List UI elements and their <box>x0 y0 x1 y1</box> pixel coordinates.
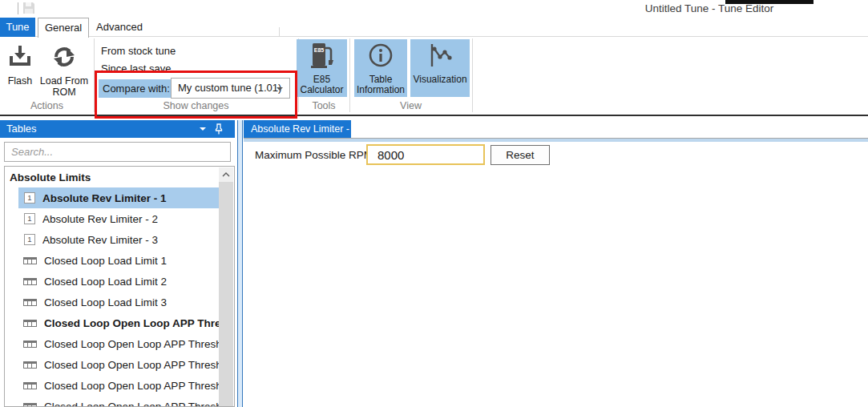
document-tab[interactable]: Absolute Rev Limiter - 1 <box>244 120 351 138</box>
table-list-item[interactable]: Closed Loop Load Limit 3 <box>5 292 234 312</box>
svg-text:E85: E85 <box>313 47 324 53</box>
visualization-label: Visualization <box>413 75 466 85</box>
compare-with-value: My custom tune (1.01) <box>178 82 281 94</box>
refresh-icon <box>51 40 77 75</box>
value-1-icon: 1 <box>24 234 35 245</box>
line-chart-icon <box>426 39 454 75</box>
table-list-item[interactable]: 1Absolute Rev Limiter - 1 <box>18 187 220 208</box>
group-label-actions: Actions <box>0 100 94 113</box>
table-list: Absolute Limits1Absolute Rev Limiter - 1… <box>4 166 235 407</box>
tabstrip-underline <box>244 139 868 142</box>
table-list-item-label: Closed Loop Open Loop APP Thresho <box>44 401 228 407</box>
value-1-icon: 1 <box>24 213 35 224</box>
table-row-icon <box>23 382 37 389</box>
table-row-icon <box>23 320 37 327</box>
compare-with-label: Compare with: <box>99 79 174 98</box>
load-from-rom-label: Load From ROM <box>38 75 90 98</box>
fuel-pump-icon: E85 <box>310 39 334 75</box>
ribbon-bottom-border <box>0 115 868 116</box>
table-row-icon <box>23 278 37 285</box>
chevron-up-icon[interactable] <box>219 167 233 181</box>
pin-icon[interactable] <box>212 123 225 135</box>
table-list-item-label: Closed Loop Open Loop APP Thresh <box>44 317 233 329</box>
max-rpm-label: Maximum Possible RPM: <box>255 146 376 165</box>
table-list-item-label: Closed Loop Load Limit 3 <box>44 296 167 308</box>
e85-calculator-label: E85 Calculator <box>297 75 347 95</box>
tab-tune[interactable]: Tune <box>0 18 35 37</box>
panel-splitter[interactable] <box>237 120 243 407</box>
table-list-item-label: Closed Loop Load Limit 1 <box>44 255 167 267</box>
table-list-item[interactable]: Closed Loop Open Loop APP Thresho <box>5 354 234 375</box>
table-row-icon <box>23 341 37 348</box>
tab-advanced[interactable]: Advanced <box>91 18 148 37</box>
table-list-item-label: Closed Loop Open Loop APP Thresho <box>44 380 228 392</box>
table-information-button[interactable]: Table Information <box>354 39 407 97</box>
table-row-icon <box>23 257 37 264</box>
group-label-view: View <box>349 100 472 113</box>
max-rpm-input[interactable] <box>366 144 485 165</box>
table-row-icon <box>23 299 37 306</box>
table-list-item[interactable]: Closed Loop Open Loop APP Thresho <box>5 375 234 396</box>
tables-panel-header: Tables <box>0 120 235 138</box>
table-list-item-label: Closed Loop Load Limit 2 <box>44 276 167 288</box>
search-input[interactable] <box>4 142 231 162</box>
scrollbar-thumb[interactable] <box>219 182 233 407</box>
tab-row-tick <box>279 27 280 37</box>
top-black-bar <box>725 0 813 4</box>
table-list-item[interactable]: 1Absolute Rev Limiter - 2 <box>5 208 234 229</box>
flash-button-label: Flash <box>8 75 33 87</box>
table-list-item[interactable]: Closed Loop Load Limit 1 <box>5 250 234 271</box>
chevron-down-icon <box>277 87 283 91</box>
tables-panel-title: Tables <box>6 123 37 135</box>
table-list-item-label: Absolute Rev Limiter - 3 <box>42 234 158 246</box>
load-from-rom-button[interactable]: Load From ROM <box>38 40 90 99</box>
group-label-tools: Tools <box>298 100 349 113</box>
table-information-label: Table Information <box>354 75 407 95</box>
table-list-item-label: Closed Loop Open Loop APP Thresho <box>44 338 228 350</box>
compare-with-dropdown[interactable]: My custom tune (1.01) <box>171 78 290 99</box>
save-icon[interactable] <box>22 2 35 14</box>
window-title: Untitled Tune - Tune Editor <box>593 2 826 14</box>
table-list-item[interactable]: Closed Loop Open Loop APP Thresh <box>5 312 234 333</box>
chevron-down-icon[interactable] <box>200 127 206 131</box>
table-list-item[interactable]: Closed Loop Open Loop APP Thresho <box>5 333 234 354</box>
scrollbar[interactable] <box>219 167 233 407</box>
table-list-item[interactable]: Closed Loop Open Loop APP Thresho <box>5 396 234 407</box>
table-list-item-label: Closed Loop Open Loop APP Thresho <box>44 359 228 371</box>
value-1-icon: 1 <box>24 192 35 204</box>
table-list-item[interactable]: Closed Loop Load Limit 2 <box>5 271 234 292</box>
table-list-item[interactable]: 1Absolute Rev Limiter - 3 <box>5 229 234 250</box>
info-circle-icon <box>367 39 394 75</box>
reset-button[interactable]: Reset <box>491 145 550 165</box>
table-list-item-label: Absolute Rev Limiter - 1 <box>42 192 167 204</box>
group-separator <box>472 38 473 112</box>
e85-calculator-button[interactable]: E85 E85 Calculator <box>297 39 347 97</box>
group-label-show-changes: Show changes <box>94 100 298 113</box>
download-icon <box>7 40 33 75</box>
table-category-header[interactable]: Absolute Limits <box>5 167 234 187</box>
since-last-save-item[interactable]: Since last save <box>101 61 171 77</box>
table-list-item-label: Absolute Rev Limiter - 2 <box>42 213 158 225</box>
tab-general[interactable]: General <box>38 18 89 38</box>
visualization-button[interactable]: Visualization <box>410 39 470 97</box>
table-row-icon <box>23 403 37 407</box>
table-row-icon <box>23 361 37 369</box>
from-stock-tune-item[interactable]: From stock tune <box>101 43 176 59</box>
quick-access-separator <box>18 2 18 14</box>
flash-button[interactable]: Flash <box>2 40 38 99</box>
